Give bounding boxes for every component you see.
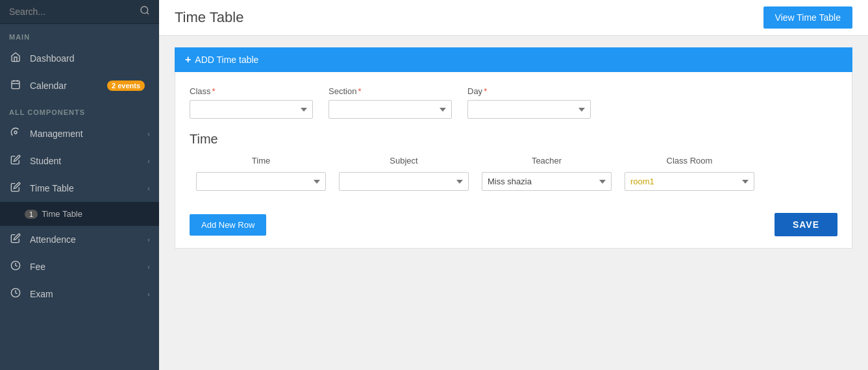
sidebar-item-dashboard[interactable]: Dashboard — [0, 45, 159, 72]
svg-point-6 — [14, 131, 17, 134]
teacher-select[interactable]: Miss shazia — [482, 172, 612, 191]
section-label: Section* — [329, 86, 452, 96]
section-group: Section* — [329, 86, 452, 119]
sidebar-item-management[interactable]: Management ‹ — [0, 120, 159, 147]
page-title: Time Table — [175, 9, 243, 26]
sidebar: MAIN Dashboard Calendar 2 events ALL COM… — [0, 0, 159, 370]
management-label: Management — [30, 129, 147, 139]
class-label: Class* — [190, 86, 313, 96]
class-select[interactable] — [190, 100, 313, 119]
svg-line-1 — [147, 12, 149, 14]
main-header: Time Table View Time Table — [159, 0, 868, 36]
sidebar-item-timetable-sub[interactable]: 1 Time Table — [0, 202, 159, 226]
search-bar[interactable] — [0, 0, 159, 24]
time-table-header: Time Subject Teacher Class Room — [190, 156, 837, 169]
table-row: Miss shazia room1 — [190, 169, 837, 193]
svg-rect-2 — [12, 81, 19, 89]
calendar-badge: 2 events — [107, 80, 145, 91]
col-classroom: Class Room — [618, 156, 761, 166]
day-label: Day* — [467, 86, 591, 96]
fee-label: Fee — [30, 262, 147, 272]
timetable-sub-label: Time Table — [42, 209, 150, 219]
classroom-select[interactable]: room1 — [625, 172, 754, 191]
student-label: Student — [30, 156, 147, 166]
view-timetable-button[interactable]: View Time Table — [763, 6, 852, 29]
timetable-count-badge: 1 — [25, 210, 38, 219]
day-required: * — [484, 86, 487, 96]
exam-icon — [9, 288, 22, 301]
attendence-icon — [9, 233, 22, 246]
sidebar-item-student[interactable]: Student ‹ — [0, 147, 159, 175]
management-icon — [9, 127, 22, 140]
form-card: Class* Section* Day* — [175, 72, 852, 249]
search-input[interactable] — [9, 6, 140, 17]
search-icon — [140, 5, 150, 18]
timetable-chevron: ‹ — [147, 184, 150, 192]
section-select[interactable] — [329, 100, 452, 119]
col-subject: Subject — [332, 156, 475, 166]
fee-icon — [9, 260, 22, 273]
time-section-title: Time — [190, 132, 837, 147]
add-timetable-bar[interactable]: + ADD Time table — [175, 47, 852, 72]
subject-select[interactable] — [339, 172, 469, 191]
calendar-label: Calendar — [30, 80, 107, 91]
add-bar-label: ADD Time table — [195, 55, 258, 65]
content-area: + ADD Time table Class* Section* — [159, 36, 868, 370]
sidebar-item-attendence[interactable]: Attendence ‹ — [0, 226, 159, 253]
day-group: Day* — [467, 86, 591, 119]
sidebar-item-calendar[interactable]: Calendar 2 events — [0, 72, 159, 99]
class-required: * — [212, 86, 216, 96]
day-select[interactable] — [467, 100, 591, 119]
svg-point-0 — [141, 6, 148, 14]
save-button[interactable]: SAVE — [775, 213, 837, 236]
class-group: Class* — [190, 86, 313, 119]
attendence-chevron: ‹ — [147, 236, 150, 243]
main-content: Time Table View Time Table + ADD Time ta… — [159, 0, 868, 370]
exam-chevron: ‹ — [147, 290, 150, 298]
sidebar-item-timetable[interactable]: Time Table ‹ — [0, 175, 159, 202]
col-time: Time — [190, 156, 332, 166]
col-teacher: Teacher — [475, 156, 618, 166]
student-icon — [9, 154, 22, 167]
timetable-icon — [9, 182, 22, 195]
section-required: * — [358, 86, 361, 96]
sidebar-section-components: ALL COMPONENTS — [0, 99, 159, 120]
student-chevron: ‹ — [147, 157, 150, 165]
timetable-label: Time Table — [30, 183, 147, 193]
sidebar-item-fee[interactable]: Fee ‹ — [0, 253, 159, 280]
teacher-cell: Miss shazia — [475, 169, 618, 193]
plus-icon: + — [185, 54, 191, 66]
calendar-icon — [9, 79, 22, 92]
subject-cell — [332, 169, 475, 193]
classroom-cell: room1 — [618, 169, 761, 193]
home-icon — [9, 52, 22, 65]
bottom-bar: Add New Row SAVE — [190, 206, 837, 236]
time-select[interactable] — [196, 172, 326, 191]
attendence-label: Attendence — [30, 234, 147, 245]
sidebar-item-exam[interactable]: Exam ‹ — [0, 280, 159, 308]
time-cell — [190, 169, 332, 193]
sidebar-section-main: MAIN — [0, 24, 159, 45]
form-row-main: Class* Section* Day* — [190, 86, 837, 119]
add-row-button[interactable]: Add New Row — [190, 214, 266, 236]
dashboard-label: Dashboard — [30, 53, 150, 64]
fee-chevron: ‹ — [147, 263, 150, 271]
exam-label: Exam — [30, 289, 147, 299]
time-section: Time Time Subject Teacher Class Room — [190, 132, 837, 193]
management-chevron: ‹ — [147, 130, 150, 138]
